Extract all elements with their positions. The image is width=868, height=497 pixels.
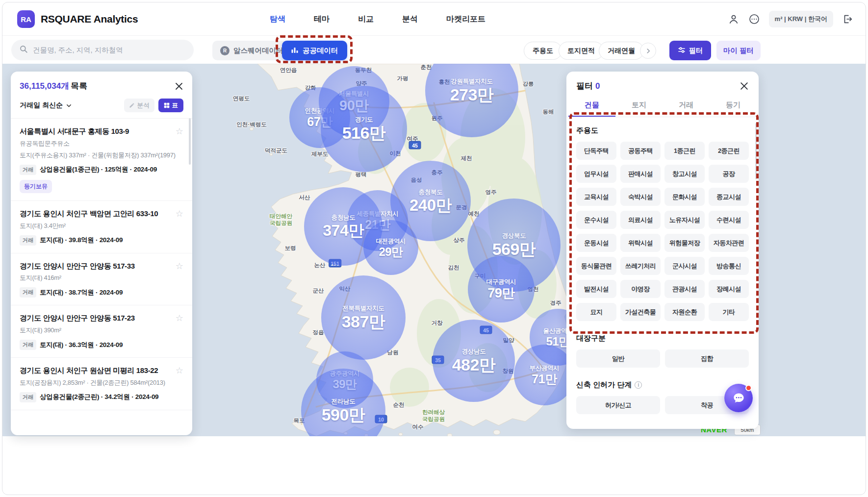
list-item[interactable]: 경기도 안양시 만안구 안양동 517-33☆토지(대) 416m²거래토지(대… — [11, 253, 192, 306]
filter-chip[interactable]: 야영장 — [620, 280, 661, 298]
analyze-button[interactable]: 분석 — [124, 99, 154, 112]
filter-button[interactable]: 필터 — [669, 41, 711, 60]
listing-title[interactable]: 경기도 용인시 처인구 백암면 고안리 633-10 — [20, 209, 158, 219]
list-item[interactable]: 경기도 용인시 처인구 백암면 고안리 633-10☆토지(대) 3.4만m²거… — [11, 201, 192, 253]
info-icon[interactable]: i — [635, 381, 642, 389]
deal-row: 거래토지(대) · 38.7억원 · 2024-09 — [20, 287, 183, 298]
filter-chip[interactable]: 창고시설 — [664, 165, 705, 183]
filter-chip[interactable]: 단독주택 — [576, 142, 616, 160]
search-box[interactable] — [11, 40, 194, 60]
filter-chip[interactable]: 동식물관련 — [576, 257, 616, 275]
table-view-button[interactable]: 표 — [158, 99, 184, 112]
quick-filters-more-button[interactable] — [640, 43, 656, 59]
listing-title[interactable]: 서울특별시 서대문구 홍제동 103-9 — [20, 127, 129, 136]
map-region-bubble[interactable]: 경상남도482만 — [433, 320, 515, 402]
map-place-label: 한려해상 국립공원 — [422, 409, 445, 423]
quick-filter-deal-month[interactable]: 거래연월 — [599, 42, 644, 60]
filter-close-icon[interactable] — [740, 81, 749, 91]
filter-chip[interactable]: 위험물저장 — [664, 234, 705, 252]
nav-tab-analysis[interactable]: 분석 — [402, 14, 418, 25]
quick-filter-usage[interactable]: 주용도 — [524, 42, 562, 60]
filter-chip[interactable]: 판매시설 — [620, 165, 661, 183]
filter-chip[interactable]: 문화시설 — [664, 188, 705, 206]
nav-tab-market-report[interactable]: 마켓리포트 — [446, 14, 485, 25]
nav-tab-explore[interactable]: 탐색 — [270, 14, 285, 25]
filter-chip[interactable]: 기타 — [709, 303, 749, 321]
favorite-star-icon[interactable]: ☆ — [176, 262, 183, 271]
map-region-bubble[interactable]: 대전광역시29만 — [363, 220, 418, 275]
region-value: 516만 — [342, 124, 386, 142]
filter-chip[interactable]: 묘지 — [576, 303, 616, 321]
filter-chip[interactable]: 허가/신고 — [576, 396, 660, 414]
filter-chip[interactable]: 공장 — [709, 165, 749, 183]
favorite-star-icon[interactable]: ☆ — [176, 366, 183, 375]
filter-chip[interactable]: 발전시설 — [576, 280, 616, 298]
filter-chip[interactable]: 2종근린 — [709, 142, 749, 160]
filter-chip[interactable]: 군사시설 — [664, 257, 705, 275]
filter-chip[interactable]: 종교시설 — [709, 188, 749, 206]
notification-dot — [745, 385, 752, 391]
brand-logo[interactable]: RA — [17, 10, 35, 28]
favorite-star-icon[interactable]: ☆ — [176, 127, 183, 136]
filter-tab-land[interactable]: 토지 — [615, 96, 663, 117]
filter-chip[interactable]: 쓰레기처리 — [620, 257, 661, 275]
filter-chip[interactable]: 자동차관련 — [709, 234, 749, 252]
map-region-bubble[interactable]: 경기도516만 — [321, 86, 407, 172]
profile-icon[interactable] — [728, 13, 740, 25]
listing-close-icon[interactable] — [175, 82, 183, 91]
units-language-badge[interactable]: m² | KRW | 한국어 — [769, 11, 833, 27]
filter-tab-registry[interactable]: 등기 — [710, 96, 757, 117]
map-region-bubble[interactable]: 전북특별자치도387만 — [321, 275, 406, 360]
list-item[interactable]: 경기도 안양시 만안구 안양동 517-23☆토지(대) 390m²거래토지(대… — [11, 305, 192, 358]
filter-chip[interactable]: 업무시설 — [576, 165, 616, 183]
public-data-toggle[interactable]: 공공데이터 — [282, 41, 347, 60]
nav-tab-theme[interactable]: 테마 — [314, 14, 330, 25]
filter-chip[interactable]: 숙박시설 — [620, 188, 661, 206]
filter-chip[interactable]: 운수시설 — [576, 211, 616, 229]
map-place-label: 연안읍 — [280, 67, 297, 74]
list-scrollbar[interactable] — [189, 118, 191, 165]
listing-title[interactable]: 경기도 용인시 처인구 원삼면 미평리 183-22 — [20, 366, 158, 375]
filter-chip[interactable]: 관광시설 — [664, 280, 705, 298]
map-region-bubble[interactable]: 부산광역시71만 — [514, 345, 575, 405]
chat-fab-button[interactable] — [724, 384, 753, 412]
filter-chip[interactable]: 노유자시설 — [664, 211, 705, 229]
filter-scrollbar[interactable] — [755, 123, 757, 179]
filter-tab-deal[interactable]: 거래 — [663, 96, 710, 117]
quick-filter-land-area[interactable]: 토지면적 — [559, 42, 604, 60]
filter-chip[interactable]: 집합 — [665, 349, 749, 368]
filter-chip[interactable]: 자원순환 — [664, 303, 705, 321]
list-item[interactable]: 서울특별시 서대문구 홍제동 103-9☆유공독립문주유소토지(주유소용지) 3… — [11, 119, 192, 201]
logout-icon[interactable] — [842, 14, 853, 25]
filter-chip[interactable]: 수련시설 — [709, 211, 749, 229]
deal-badge: 거래 — [20, 235, 36, 246]
deal-badge: 거래 — [20, 392, 36, 402]
region-name: 대전광역시 — [376, 237, 406, 246]
filter-chip[interactable]: 위락시설 — [620, 234, 661, 252]
listing-title[interactable]: 경기도 안양시 만안구 안양동 517-33 — [20, 262, 135, 271]
search-input[interactable] — [33, 46, 186, 54]
map-region-bubble[interactable]: 대구광역시79만 — [468, 256, 535, 323]
favorite-star-icon[interactable]: ☆ — [176, 209, 183, 218]
filter-chip[interactable]: 운동시설 — [576, 234, 616, 252]
my-filter-button[interactable]: 마이 필터 — [716, 41, 761, 60]
favorite-star-icon[interactable]: ☆ — [176, 314, 183, 323]
listing-title[interactable]: 경기도 안양시 만안구 안양동 517-23 — [20, 314, 135, 323]
nav-tab-compare[interactable]: 비교 — [358, 14, 374, 25]
filter-panel-title: 필터 — [576, 81, 593, 91]
filter-chip[interactable]: 공동주택 — [620, 142, 661, 160]
filter-chip[interactable]: 일반 — [576, 349, 660, 368]
filter-chip[interactable]: 1종근린 — [664, 142, 705, 160]
more-menu-icon[interactable] — [748, 13, 760, 25]
filter-chip[interactable]: 방송통신 — [709, 257, 749, 275]
listing-subtitle: 유공독립문주유소 — [20, 139, 183, 148]
filter-chip[interactable]: 의료시설 — [620, 211, 661, 229]
filter-chip[interactable]: 가설건축물 — [620, 303, 661, 321]
filter-chip[interactable]: 장례시설 — [709, 280, 749, 298]
list-item[interactable]: 경기도 용인시 처인구 원삼면 미평리 183-22☆토지(공장용지) 2,85… — [11, 358, 192, 410]
sort-dropdown[interactable]: 거래일 최신순 — [20, 101, 72, 110]
filter-chip[interactable]: 교육시설 — [576, 188, 616, 206]
rsquare-data-toggle[interactable]: R 알스퀘어데이터 — [212, 41, 291, 60]
region-name: 경상북도 — [502, 232, 526, 240]
filter-tab-building[interactable]: 건물 — [568, 96, 615, 117]
